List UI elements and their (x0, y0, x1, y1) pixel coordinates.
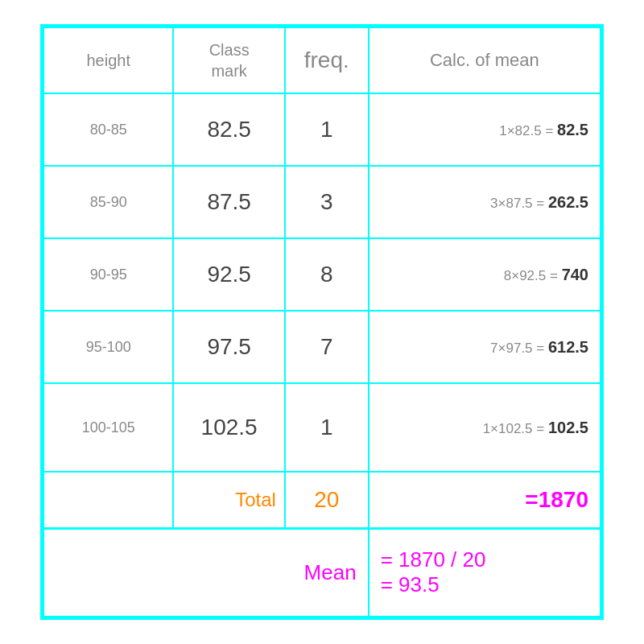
row3-classmark: 92.5 (173, 238, 284, 311)
row2-calc: 3×87.5 = 262.5 (369, 166, 601, 238)
row1-calc-bold: 82.5 (557, 121, 588, 138)
table-row: 85-90 87.5 3 3×87.5 = 262.5 (43, 166, 601, 238)
row2-freq: 3 (285, 166, 369, 238)
row5-calc: 1×102.5 = 102.5 (369, 383, 601, 472)
header-calc: Calc. of mean (369, 27, 601, 93)
stats-table: height Classmark freq. Calc. of mean 80-… (43, 27, 601, 617)
row1-calc: 1×82.5 = 82.5 (369, 93, 601, 166)
header-classmark: Classmark (173, 27, 284, 93)
row2-height: 85-90 (43, 166, 173, 238)
stats-table-wrapper: height Classmark freq. Calc. of mean 80-… (40, 24, 604, 620)
row5-calc-plain: 1×102.5 = (483, 421, 548, 436)
total-label: Total (173, 472, 284, 528)
mean-line2: = 93.5 (381, 572, 440, 597)
table-row: 100-105 102.5 1 1×102.5 = 102.5 (43, 383, 601, 472)
total-calc: =1870 (369, 472, 601, 528)
table-header-row: height Classmark freq. Calc. of mean (43, 27, 601, 93)
row1-classmark: 82.5 (173, 93, 284, 166)
row5-height: 100-105 (43, 383, 173, 472)
mean-value: = 1870 / 20 = 93.5 (369, 528, 601, 617)
row2-calc-plain: 3×87.5 = (490, 196, 548, 211)
row4-calc-plain: 7×97.5 = (490, 341, 548, 356)
header-freq: freq. (285, 27, 369, 93)
row5-freq: 1 (285, 383, 369, 472)
total-empty1 (43, 472, 173, 528)
row3-calc-bold: 740 (562, 266, 588, 283)
mean-row: Mean = 1870 / 20 = 93.5 (43, 528, 601, 617)
row4-calc-bold: 612.5 (548, 338, 588, 356)
row4-classmark: 97.5 (173, 311, 284, 383)
row2-classmark: 87.5 (173, 166, 284, 238)
row4-calc: 7×97.5 = 612.5 (369, 311, 601, 383)
header-height: height (43, 27, 173, 93)
row3-height: 90-95 (43, 238, 173, 311)
table-row: 90-95 92.5 8 8×92.5 = 740 (43, 238, 601, 311)
table-row: 80-85 82.5 1 1×82.5 = 82.5 (43, 93, 601, 166)
total-row: Total 20 =1870 (43, 472, 601, 528)
row3-calc-plain: 8×92.5 = (504, 268, 562, 283)
row5-calc-bold: 102.5 (548, 419, 588, 436)
row1-freq: 1 (285, 93, 369, 166)
row3-calc: 8×92.5 = 740 (369, 238, 601, 311)
row3-freq: 8 (285, 238, 369, 311)
row5-classmark: 102.5 (173, 383, 284, 472)
row1-height: 80-85 (43, 93, 173, 166)
total-freq: 20 (285, 472, 369, 528)
row4-freq: 7 (285, 311, 369, 383)
mean-label: Mean (43, 528, 369, 617)
table-row: 95-100 97.5 7 7×97.5 = 612.5 (43, 311, 601, 383)
row2-calc-bold: 262.5 (548, 193, 588, 211)
mean-line1: = 1870 / 20 (381, 547, 486, 572)
row4-height: 95-100 (43, 311, 173, 383)
header-classmark-text: Classmark (209, 41, 250, 80)
row1-calc-plain: 1×82.5 = (499, 123, 557, 138)
